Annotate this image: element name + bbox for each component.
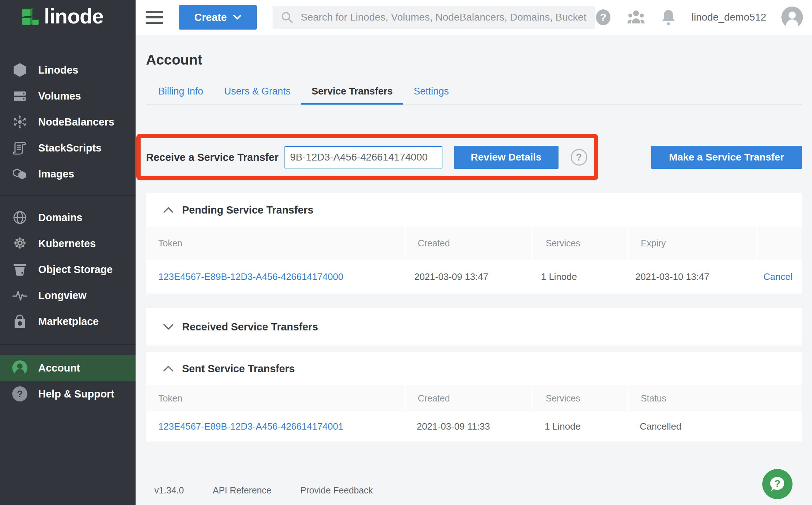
- pending-expiry-cell: 2021-03-10 13:47: [623, 260, 751, 294]
- column-header-services: Services: [532, 385, 627, 411]
- sent-transfers-panel: Sent Service Transfers Token Created Ser…: [146, 352, 802, 442]
- search-bar[interactable]: [273, 6, 595, 29]
- help-circle-icon[interactable]: ?: [595, 9, 612, 26]
- community-icon[interactable]: [627, 9, 645, 26]
- column-header-actions: [756, 227, 802, 260]
- sidebar-item-kubernetes[interactable]: ☸ Kubernetes: [0, 230, 136, 256]
- tab-users-grants[interactable]: Users & Grants: [214, 87, 301, 105]
- pending-transfers-panel: Pending Service Transfers Token Created …: [146, 193, 802, 294]
- sidebar-item-object-storage[interactable]: Object Storage: [0, 256, 136, 282]
- search-icon: [281, 11, 294, 24]
- create-button[interactable]: Create: [179, 5, 257, 30]
- pending-created-cell: 2021-03-09 13:47: [402, 260, 529, 294]
- provide-feedback-link[interactable]: Provide Feedback: [300, 485, 373, 496]
- column-header-token: Token: [146, 385, 405, 411]
- svg-text:?: ?: [774, 478, 780, 489]
- notifications-bell-icon[interactable]: [661, 9, 676, 26]
- chevron-up-icon: [163, 207, 173, 213]
- username[interactable]: linode_demo512: [692, 12, 766, 23]
- tab-service-transfers[interactable]: Service Transfers: [301, 87, 403, 105]
- sidebar-item-account[interactable]: Account: [0, 355, 136, 381]
- review-details-button[interactable]: Review Details: [454, 146, 559, 169]
- pending-token-link[interactable]: 123E4567-E89B-12D3-A456-426614174000: [158, 271, 343, 282]
- receive-transfer-label: Receive a Service Transfer: [146, 152, 279, 163]
- received-transfers-panel: Received Service Transfers: [146, 308, 802, 346]
- hamburger-menu-icon[interactable]: [146, 11, 163, 24]
- chat-question-icon: ?: [767, 474, 787, 494]
- make-service-transfer-button[interactable]: Make a Service Transfer: [651, 146, 802, 169]
- chevron-down-icon: [233, 15, 241, 20]
- avatar[interactable]: [781, 6, 803, 28]
- account-icon: [12, 360, 28, 376]
- top-bar: Create ? linode_demo5: [136, 0, 812, 35]
- svg-text:?: ?: [17, 388, 23, 399]
- sent-table-row: 123E4567-E89B-12D3-A456-426614174001 202…: [146, 411, 802, 442]
- sidebar-item-marketplace[interactable]: Marketplace: [0, 308, 136, 334]
- svg-text:?: ?: [600, 12, 606, 23]
- app-version: v1.34.0: [154, 485, 184, 496]
- column-header-created: Created: [405, 227, 533, 260]
- column-header-token: Token: [146, 227, 405, 260]
- transfer-controls-row: Receive a Service Transfer Review Detail…: [146, 134, 802, 180]
- sidebar-item-images[interactable]: Images: [0, 161, 136, 187]
- longview-icon: [12, 287, 28, 304]
- receive-help-icon[interactable]: ?: [571, 149, 587, 166]
- tab-bar: Billing Info Users & Grants Service Tran…: [146, 87, 802, 105]
- help-icon: ?: [12, 386, 28, 402]
- support-chat-button[interactable]: ?: [762, 469, 793, 499]
- volumes-icon: [12, 88, 28, 104]
- sidebar-item-nodebalancers[interactable]: NodeBalancers: [0, 109, 136, 135]
- sidebar-item-domains[interactable]: Domains: [0, 205, 136, 230]
- pending-transfers-header[interactable]: Pending Service Transfers: [146, 193, 802, 227]
- sidebar-item-linodes[interactable]: Linodes: [0, 57, 136, 83]
- main-content: Account Billing Info Users & Grants Serv…: [136, 35, 812, 505]
- column-header-services: Services: [532, 227, 627, 260]
- tab-billing-info[interactable]: Billing Info: [148, 87, 214, 105]
- footer: v1.34.0 API Reference Provide Feedback: [154, 485, 373, 496]
- column-header-expiry: Expiry: [627, 227, 756, 260]
- pending-table-header: Token Created Services Expiry: [146, 227, 802, 260]
- stackscripts-icon: [12, 140, 28, 156]
- pending-table-row: 123E4567-E89B-12D3-A456-426614174000 202…: [146, 260, 802, 294]
- sidebar-item-help-support[interactable]: ? Help & Support: [0, 381, 136, 407]
- sent-transfers-title: Sent Service Transfers: [182, 363, 295, 375]
- cancel-transfer-link[interactable]: Cancel: [763, 271, 793, 282]
- sidebar-item-volumes[interactable]: Volumes: [0, 83, 136, 109]
- column-header-created: Created: [405, 385, 533, 411]
- received-transfers-header[interactable]: Received Service Transfers: [146, 308, 802, 346]
- page-title: Account: [146, 52, 802, 68]
- linodes-icon: [12, 62, 28, 78]
- sent-table-header: Token Created Services Status: [146, 385, 802, 411]
- chevron-up-icon: [163, 366, 173, 372]
- object-storage-icon: [12, 261, 28, 278]
- column-header-status: Status: [627, 385, 802, 411]
- chevron-down-icon: [163, 324, 173, 330]
- tab-settings[interactable]: Settings: [403, 87, 459, 105]
- sent-token-link[interactable]: 123E4567-E89B-12D3-A456-426614174001: [158, 421, 343, 432]
- marketplace-icon: [12, 313, 28, 330]
- sent-status-cell: Cancelled: [627, 411, 802, 442]
- brand-name: linode: [44, 6, 103, 29]
- search-input[interactable]: [301, 12, 587, 23]
- api-reference-link[interactable]: API Reference: [213, 485, 272, 496]
- sent-created-cell: 2021-03-09 11:33: [405, 411, 533, 442]
- sidebar-divider: [0, 344, 136, 345]
- pending-services-cell: 1 Linode: [529, 260, 623, 294]
- sidebar-divider: [0, 196, 136, 196]
- sent-services-cell: 1 Linode: [532, 411, 627, 442]
- sent-transfers-header[interactable]: Sent Service Transfers: [146, 352, 802, 385]
- sidebar-item-stackscripts[interactable]: StackScripts: [0, 135, 136, 161]
- received-transfers-title: Received Service Transfers: [182, 321, 318, 333]
- linode-logo[interactable]: linode: [0, 0, 136, 35]
- domains-icon: [12, 209, 28, 226]
- transfer-token-input[interactable]: [284, 146, 442, 168]
- kubernetes-icon: ☸: [12, 235, 28, 252]
- sidebar-item-longview[interactable]: Longview: [0, 282, 136, 308]
- pending-transfers-title: Pending Service Transfers: [182, 204, 313, 216]
- images-icon: [12, 166, 28, 182]
- sidebar: linode Linodes Volumes: [0, 0, 136, 505]
- nodebalancers-icon: [12, 114, 28, 130]
- linode-logo-icon: [21, 7, 40, 27]
